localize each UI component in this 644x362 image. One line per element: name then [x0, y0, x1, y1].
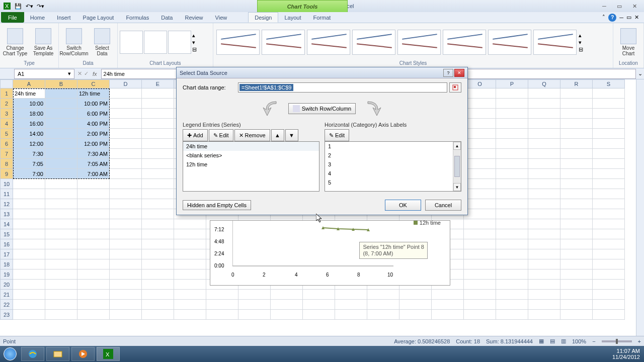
styles-more-icon[interactable]: ⊟ [579, 46, 587, 53]
chart-style-option[interactable] [488, 30, 531, 55]
cell[interactable] [45, 149, 77, 159]
cell[interactable] [142, 179, 174, 189]
row-header[interactable]: 16 [0, 239, 13, 249]
row-header[interactable]: 13 [0, 209, 13, 219]
cell[interactable] [13, 239, 45, 249]
cell[interactable] [593, 169, 625, 179]
cell[interactable] [142, 300, 174, 310]
system-tray[interactable]: 11:07 AM 11/24/2012 [608, 348, 644, 360]
tab-design[interactable]: Design [248, 12, 278, 23]
tab-home[interactable]: Home [24, 12, 51, 23]
cell[interactable] [174, 269, 206, 280]
cell[interactable] [13, 189, 45, 199]
cell[interactable] [496, 129, 528, 139]
cell[interactable] [174, 280, 206, 290]
cell[interactable] [560, 249, 593, 259]
cell[interactable] [496, 290, 528, 300]
tab-review[interactable]: Review [179, 12, 209, 23]
cell[interactable] [110, 129, 142, 139]
scroll-down-icon[interactable]: ▼ [453, 183, 461, 191]
cell[interactable]: 7:30 [13, 149, 45, 159]
taskbar-media-icon[interactable] [71, 347, 95, 361]
cell[interactable] [110, 199, 142, 209]
cell[interactable] [496, 219, 528, 229]
cell[interactable] [464, 229, 496, 239]
cell[interactable] [464, 310, 496, 320]
cell[interactable] [464, 290, 496, 300]
move-down-button[interactable]: ▼ [285, 129, 298, 141]
list-item[interactable]: 3 [325, 160, 461, 169]
cell[interactable] [13, 290, 45, 300]
cell[interactable] [110, 219, 142, 229]
cell[interactable] [174, 290, 206, 300]
taskbar-explorer-icon[interactable] [46, 347, 69, 361]
cell[interactable] [45, 219, 77, 229]
cell[interactable] [560, 119, 593, 129]
cell[interactable] [464, 169, 496, 179]
cell[interactable] [496, 280, 528, 290]
cell[interactable] [593, 159, 625, 169]
cell[interactable] [45, 269, 77, 280]
cell[interactable] [593, 189, 625, 199]
cell[interactable] [142, 249, 174, 259]
cell[interactable] [13, 199, 45, 209]
cell[interactable] [399, 310, 432, 320]
cell[interactable]: 7:30 AM [77, 149, 110, 159]
list-item[interactable]: 24h time [183, 142, 319, 151]
cell[interactable] [13, 179, 45, 189]
cell[interactable] [593, 179, 625, 189]
cell[interactable] [496, 269, 528, 280]
minimize-icon[interactable]: ─ [598, 2, 611, 10]
edit-series-button[interactable]: ✎Edit [209, 129, 233, 141]
cell[interactable] [464, 129, 496, 139]
cell[interactable] [560, 169, 593, 179]
cell[interactable] [45, 290, 77, 300]
cell[interactable] [560, 290, 593, 300]
cell[interactable] [110, 189, 142, 199]
name-box[interactable]: A1▾ [14, 69, 74, 79]
cell[interactable] [45, 310, 77, 320]
chart-style-option[interactable] [397, 30, 441, 55]
cell[interactable] [110, 209, 142, 219]
cell[interactable] [593, 259, 625, 269]
cell[interactable] [45, 249, 77, 259]
cell[interactable] [496, 229, 528, 239]
cell[interactable] [560, 300, 593, 310]
cell[interactable] [142, 269, 174, 280]
workbook-minimize-icon[interactable]: ─ [619, 15, 623, 21]
list-item[interactable]: 1 [325, 142, 461, 151]
cell[interactable]: 6:00 PM [77, 109, 110, 119]
cell[interactable] [13, 300, 45, 310]
tab-view[interactable]: View [209, 12, 233, 23]
cell[interactable] [110, 259, 142, 269]
cell[interactable] [496, 119, 528, 129]
restore-icon[interactable]: ▭ [613, 2, 626, 10]
cell[interactable] [496, 88, 528, 99]
vertical-scrollbar[interactable] [636, 79, 644, 336]
chart-object[interactable]: 12h time 7:12 4:48 2:24 0:00 0 2 4 6 8 1… [210, 220, 450, 286]
cell[interactable] [142, 139, 174, 149]
dialog-help-icon[interactable]: ? [443, 69, 453, 77]
cell[interactable] [110, 109, 142, 119]
cell[interactable] [464, 88, 496, 99]
cell[interactable] [593, 219, 625, 229]
scroll-up-icon[interactable]: ▲ [453, 142, 461, 150]
chart-style-option[interactable] [216, 30, 260, 55]
select-data-button[interactable]: Select Data [89, 26, 115, 59]
cell[interactable] [464, 179, 496, 189]
tab-formulas[interactable]: Formulas [120, 12, 155, 23]
cell[interactable] [528, 239, 560, 249]
cell[interactable]: 24h time [13, 88, 45, 99]
cell[interactable] [206, 310, 238, 320]
cell[interactable] [110, 239, 142, 249]
cell[interactable] [45, 239, 77, 249]
enter-formula-icon[interactable]: ✓ [84, 70, 89, 77]
cell[interactable] [367, 310, 399, 320]
cell[interactable] [464, 269, 496, 280]
cell[interactable] [593, 119, 625, 129]
row-header[interactable]: 9 [0, 169, 13, 179]
cell[interactable] [496, 249, 528, 259]
column-header[interactable]: E [142, 79, 174, 88]
minimize-ribbon-icon[interactable]: ˄ [602, 14, 605, 21]
cell[interactable] [560, 159, 593, 169]
